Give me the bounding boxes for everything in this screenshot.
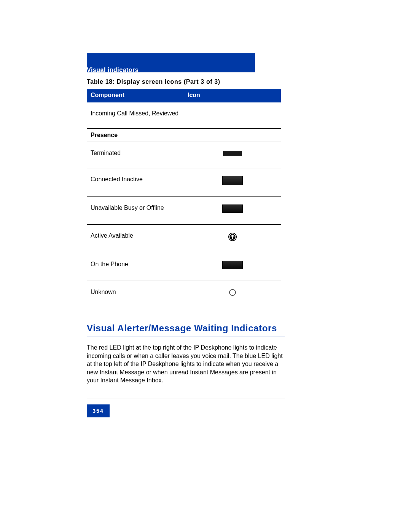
icon-cell: [184, 281, 281, 308]
svg-point-2: [229, 289, 236, 296]
table-row: Unknown: [87, 281, 281, 308]
connected-inactive-icon: [222, 176, 243, 185]
icon-cell: [184, 197, 281, 225]
on-the-phone-icon: [222, 261, 243, 269]
table-row: Active Available: [87, 225, 281, 253]
component-cell: Incoming Call Missed, Reviewed: [87, 102, 184, 129]
section-heading-visual-alerter: Visual Alerter/Message Waiting Indicator…: [87, 323, 285, 337]
document-page: Visual indicators Table 18: Display scre…: [0, 0, 411, 532]
icon-cell: [184, 225, 281, 253]
column-header-component: Component: [87, 89, 184, 102]
active-available-icon: [228, 232, 237, 241]
component-cell: Unavailable Busy or Offline: [87, 197, 184, 225]
display-icons-table: Component Icon Incoming Call Missed, Rev…: [87, 89, 281, 308]
component-cell: On the Phone: [87, 253, 184, 281]
table-row: Terminated: [87, 142, 281, 168]
table-section-row: Presence: [87, 129, 281, 142]
unavailable-icon: [222, 204, 243, 213]
page-number: 354: [87, 404, 110, 417]
component-cell: Connected Inactive: [87, 168, 184, 197]
table-row: Incoming Call Missed, Reviewed: [87, 102, 281, 129]
table-header-row: Component Icon: [87, 89, 281, 102]
unknown-icon: [229, 289, 236, 296]
icon-cell: [184, 253, 281, 281]
table-caption: Table 18: Display screen icons (Part 3 o…: [87, 78, 281, 85]
table-row: On the Phone: [87, 253, 281, 281]
component-cell: Active Available: [87, 225, 184, 253]
header-section-label: Visual indicators: [87, 67, 139, 73]
table-row: Connected Inactive: [87, 168, 281, 197]
icon-cell: [184, 102, 281, 129]
body-paragraph: The red LED light at the top right of th…: [87, 343, 285, 385]
component-cell: Unknown: [87, 281, 184, 308]
icon-cell: [184, 168, 281, 197]
table-row: Unavailable Busy or Offline: [87, 197, 281, 225]
icon-cell: [184, 142, 281, 168]
section-label-presence: Presence: [87, 129, 281, 142]
terminated-icon: [223, 151, 242, 156]
column-header-icon: Icon: [184, 89, 281, 102]
footer-rule: [87, 398, 285, 398]
component-cell: Terminated: [87, 142, 184, 168]
